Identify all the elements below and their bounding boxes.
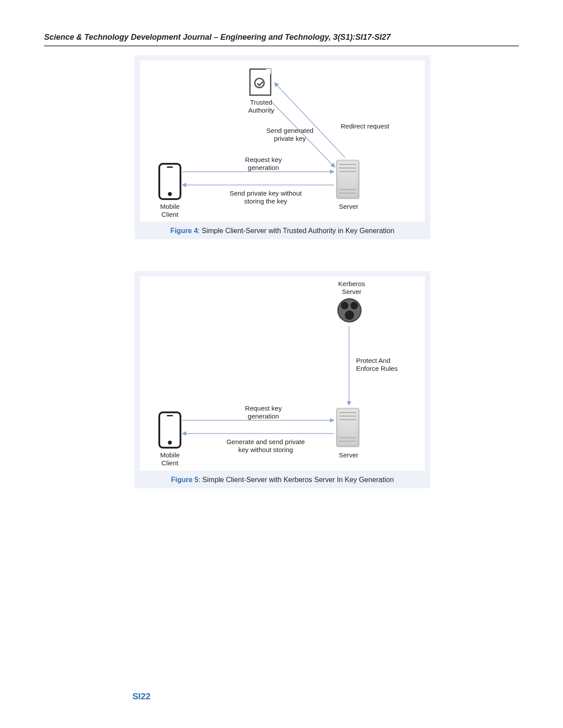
generate-send-key-label: Generate and send private key without st… (210, 438, 321, 454)
figure-4-caption-label: Figure 4 (170, 227, 198, 234)
redirect-request-label: Redirect request (341, 122, 402, 130)
send-generated-key-label: Send generated private key (259, 127, 321, 143)
protect-enforce-label: Protect And Enforce Rules (356, 357, 418, 373)
figure-5-caption-label: Figure 5 (171, 476, 198, 483)
page-number: SI22 (132, 691, 150, 702)
figure-4-caption: Figure 4: Simple Client-Server with Trus… (140, 222, 425, 235)
figure-5-caption: Figure 5: Simple Client-Server with Kerb… (140, 471, 425, 484)
svg-line-0 (274, 83, 345, 158)
running-header: Science & Technology Development Journal… (44, 33, 519, 46)
figure-5-caption-text: : Simple Client-Server with Kerberos Ser… (199, 476, 394, 483)
send-private-key-label: Send private key without storing the key (215, 189, 316, 205)
figure-5: Kerberos Server Mobile Client Server Pro… (135, 271, 430, 488)
request-key-label: Request key generation (230, 156, 297, 172)
request-key-label: Request key generation (230, 404, 297, 420)
figure-4: Trusted Authority Mobile Client Server (135, 55, 430, 239)
figure-5-diagram: Kerberos Server Mobile Client Server Pro… (140, 276, 425, 471)
figure-4-diagram: Trusted Authority Mobile Client Server (140, 60, 425, 222)
figure-4-caption-text: : Simple Client-Server with Trusted Auth… (198, 227, 394, 234)
